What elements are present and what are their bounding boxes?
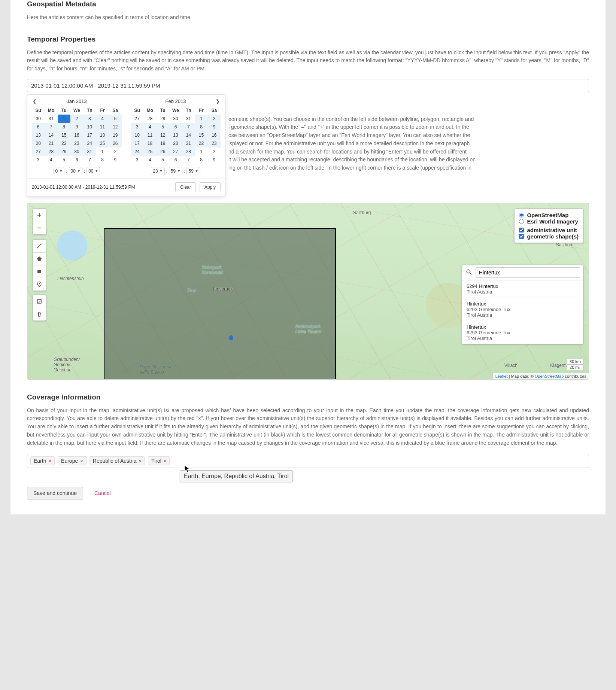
- save-button[interactable]: Save and continue: [27, 487, 83, 499]
- calendar-day[interactable]: 19: [109, 131, 122, 139]
- calendar-day[interactable]: 27: [169, 148, 182, 156]
- calendar-day[interactable]: 8: [195, 156, 207, 164]
- clear-button[interactable]: Clear: [175, 182, 196, 192]
- calendar-day[interactable]: 3: [83, 115, 96, 123]
- layer-esri-radio[interactable]: Esri World Imagery: [519, 218, 579, 225]
- search-result[interactable]: Hintertux6293 Gemeinde TuxTirol Austria: [462, 321, 583, 344]
- calendar-day[interactable]: 4: [96, 115, 109, 123]
- calendar-day[interactable]: 5: [157, 156, 169, 164]
- coverage-tag[interactable]: Republic of Austria×: [89, 456, 145, 465]
- coverage-tag[interactable]: Tirol×: [148, 456, 170, 465]
- calendar-day[interactable]: 13: [32, 131, 45, 139]
- calendar-day[interactable]: 21: [182, 139, 195, 148]
- calendar-day[interactable]: 18: [143, 139, 156, 148]
- zoom-out-button[interactable]: −: [33, 222, 46, 234]
- calendar-day[interactable]: 31: [83, 148, 96, 156]
- draw-polygon-icon[interactable]: [33, 252, 46, 265]
- calendar-day[interactable]: 14: [182, 131, 195, 139]
- overlay-geom-checkbox[interactable]: geometric shape(s): [519, 233, 579, 240]
- calendar-day[interactable]: 28: [45, 148, 57, 156]
- calendar-day[interactable]: 2: [70, 115, 83, 123]
- calendar-day[interactable]: 14: [45, 131, 57, 139]
- calendar-day[interactable]: 23: [70, 139, 83, 148]
- calendar-day[interactable]: 11: [96, 123, 109, 131]
- search-icon[interactable]: [465, 269, 473, 276]
- calendar-day[interactable]: 31: [182, 115, 195, 123]
- calendar-day[interactable]: 8: [96, 156, 109, 164]
- calendar-day[interactable]: 9: [208, 123, 221, 131]
- calendar-day[interactable]: 28: [182, 148, 195, 156]
- calendar-day[interactable]: 7: [182, 156, 195, 164]
- calendar-day[interactable]: 9: [70, 123, 83, 131]
- osm-link[interactable]: OpenStreetMap: [535, 374, 564, 379]
- calendar-day[interactable]: 21: [45, 139, 57, 148]
- tag-remove-icon[interactable]: ×: [80, 458, 83, 464]
- overlay-admin-checkbox[interactable]: administrative unit: [519, 227, 579, 233]
- time1-hour-select[interactable]: 0▼: [54, 167, 65, 175]
- calendar-day[interactable]: 23: [208, 139, 221, 148]
- coverage-tag[interactable]: Earth×: [30, 456, 55, 465]
- calendar-day[interactable]: 3: [131, 123, 143, 131]
- calendar-day[interactable]: 22: [195, 139, 207, 148]
- calendar-day[interactable]: 1: [195, 115, 207, 123]
- calendar-day[interactable]: 7: [83, 156, 96, 164]
- map[interactable]: Salzburg Salzburg Liechtenstein Graubünd…: [27, 203, 589, 380]
- calendar-day[interactable]: 3: [131, 156, 143, 164]
- calendar-day[interactable]: 16: [70, 131, 83, 139]
- calendar-day[interactable]: 24: [131, 148, 143, 156]
- calendar-day[interactable]: 12: [157, 131, 169, 139]
- calendar-day[interactable]: 4: [143, 123, 156, 131]
- calendar-day[interactable]: 25: [143, 148, 156, 156]
- calendar-day[interactable]: 17: [131, 139, 143, 148]
- map-selection-rect[interactable]: Naturpark Karwendel Tirol Innsbruck Nati…: [104, 228, 336, 380]
- calendar-day[interactable]: 16: [208, 131, 221, 139]
- calendar-day[interactable]: 4: [143, 156, 156, 164]
- calendar-day[interactable]: 30: [169, 115, 182, 123]
- search-result[interactable]: Hintertux6293 Gemeinde TuxTirol Austria: [462, 298, 583, 321]
- calendar-day[interactable]: 5: [109, 115, 122, 123]
- calendar-day[interactable]: 6: [169, 123, 182, 131]
- calendar-day[interactable]: 1: [195, 148, 207, 156]
- calendar-day[interactable]: 6: [169, 156, 182, 164]
- calendar-day[interactable]: 5: [58, 156, 70, 164]
- search-input[interactable]: [476, 267, 580, 278]
- calendar-day[interactable]: 1: [58, 115, 70, 123]
- time2-sec-select[interactable]: 59▼: [186, 167, 200, 175]
- calendar-day[interactable]: 12: [109, 123, 122, 131]
- time1-sec-select[interactable]: 00▼: [87, 167, 100, 175]
- coverage-tag[interactable]: Europe×: [58, 456, 87, 465]
- calendar-day[interactable]: 2: [208, 115, 221, 123]
- time1-min-select[interactable]: 00▼: [69, 167, 82, 175]
- calendar-day[interactable]: 19: [157, 139, 169, 148]
- daterange-input[interactable]: [27, 79, 589, 92]
- edit-shapes-icon[interactable]: [33, 295, 46, 308]
- calendar-day[interactable]: 9: [208, 156, 221, 164]
- tag-remove-icon[interactable]: ×: [164, 458, 167, 464]
- calendar-day[interactable]: 25: [96, 139, 109, 148]
- draw-polyline-icon[interactable]: [33, 240, 46, 252]
- search-result[interactable]: 6294 HintertuxTirol Austria: [462, 280, 583, 298]
- calendar-day[interactable]: 5: [157, 123, 169, 131]
- calendar-day[interactable]: 26: [157, 148, 169, 156]
- calendar-day[interactable]: 27: [32, 148, 45, 156]
- coverage-tags-input[interactable]: Earth×Europe×Republic of Austria×Tirol×: [27, 454, 589, 468]
- zoom-in-button[interactable]: +: [33, 209, 46, 222]
- calendar-day[interactable]: 29: [157, 115, 169, 123]
- calendar-day[interactable]: 17: [83, 131, 96, 139]
- calendar-day[interactable]: 30: [32, 115, 45, 123]
- calendar-day[interactable]: 10: [83, 123, 96, 131]
- calendar-day[interactable]: 6: [70, 156, 83, 164]
- calendar-day[interactable]: 27: [131, 115, 143, 123]
- leaflet-link[interactable]: Leaflet: [495, 374, 508, 379]
- calendar-day[interactable]: 20: [169, 139, 182, 148]
- calendar-day[interactable]: 3: [32, 156, 45, 164]
- draw-marker-icon[interactable]: [33, 278, 46, 291]
- calendar-day[interactable]: 2: [109, 148, 122, 156]
- time2-min-select[interactable]: 59▼: [169, 167, 182, 175]
- calendar-day[interactable]: 7: [182, 123, 195, 131]
- calendar-day[interactable]: 26: [109, 139, 122, 148]
- calendar-day[interactable]: 9: [109, 156, 122, 164]
- calendar-day[interactable]: 28: [143, 115, 156, 123]
- calendar-day[interactable]: 13: [169, 131, 182, 139]
- calendar-day[interactable]: 22: [58, 139, 70, 148]
